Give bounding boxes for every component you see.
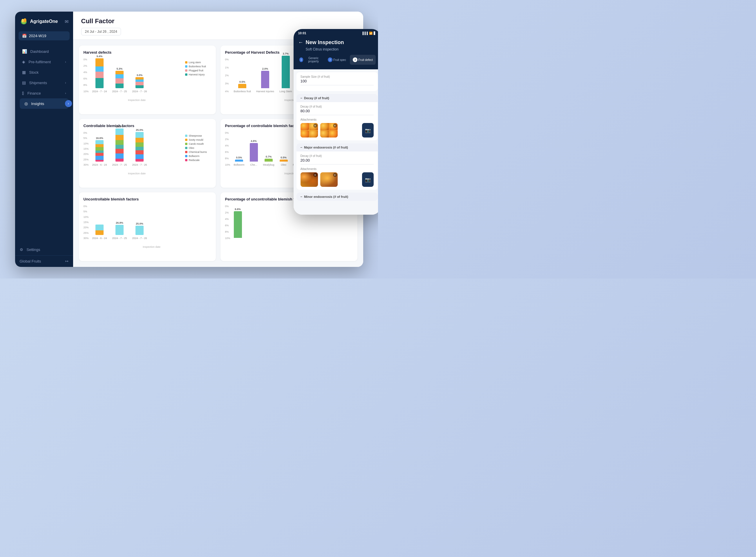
svg-point-3 [22, 19, 24, 22]
settings-icon: ⚙ [20, 247, 23, 252]
attachments-row-2: ✕ ✕ 📷 [300, 172, 374, 187]
decay-section: − Decay (# of fruit) Decay (# of fruit) … [296, 94, 378, 140]
sidebar-item-settings[interactable]: ⚙ Settings [15, 244, 73, 255]
uncontrollable-bar-chart: 30%25%20%15%10%5%0% 2024 - 6 - 24 [84, 205, 211, 245]
bar-group: 3.7% Long Stem [279, 52, 292, 93]
bar-group: 16.6% 2024 - 6 - [92, 137, 107, 166]
bar-group: 2024 - 6 - 24 [92, 224, 107, 240]
attachment-thumb-3[interactable]: ✕ [300, 172, 318, 187]
mail-icon[interactable]: ✉ [65, 19, 68, 24]
logout-icon[interactable]: ↦ [65, 259, 68, 263]
chevron-right-icon: › [65, 81, 66, 84]
bar-group: 4.6% Che... [250, 140, 258, 166]
week-selector[interactable]: 📅 2024-W19 [19, 31, 69, 40]
bar-group: 3.0% 2024 - 7 - 26 [132, 74, 147, 93]
chevron-right-icon: › [65, 92, 66, 95]
battery-icon: ▋ [374, 32, 376, 35]
bar-group: 0.7% Mealybug [263, 155, 274, 166]
chevron-right-icon: › [65, 60, 66, 63]
remove-attachment-button[interactable]: ✕ [313, 124, 317, 128]
sample-size-field: Sample Size (# of fruit) 100 [296, 72, 378, 91]
finance-icon: ₿ [22, 91, 24, 95]
x-axis-label: Inspection date [84, 245, 211, 248]
mobile-header: ← New Inspection Soft Citrus inspection … [294, 36, 378, 69]
add-photo-button[interactable]: 📷 [362, 123, 374, 138]
date-range-badge[interactable]: 24 Jul - Jul 26 , 2024 [81, 28, 121, 35]
decay-section-body: Decay (# of fruit) 80.00 Attachments ✕ [296, 102, 378, 140]
harvest-defects-bar-chart: 10%8%6%4%2%0% 9.4% [84, 58, 182, 99]
sidebar-logo: AgrigateOne ✉ [15, 11, 73, 31]
logo-icon [20, 18, 28, 26]
major-endoxerosis-section: − Major endoxerosis (# of fruit) Decay (… [296, 143, 378, 190]
minor-endoxerosis-section: − Minor endoxerosis (# of fruit) [296, 193, 378, 201]
chart-uncontrollable-blemish: Uncontrollable blemish factors 30%25%20%… [79, 192, 216, 261]
sidebar-item-prefulfilment[interactable]: ◈ Pre-fulfilment › [18, 57, 71, 67]
attachments-row: ✕ ✕ 📷 [300, 123, 374, 138]
prefulfilment-icon: ◈ [22, 59, 25, 64]
bar-group: 9.4% 2024 - 7 - 24 [92, 55, 107, 93]
shipments-icon: ▤ [22, 80, 26, 85]
mobile-tab-generic[interactable]: 1 Generic property [298, 55, 324, 65]
sidebar-item-shipments[interactable]: ▤ Shipments › [18, 78, 71, 88]
bar-group: 0.5% Oleo [280, 156, 288, 166]
stock-icon: ▦ [22, 70, 26, 75]
mobile-panel: 10:01 ▐▐▐ 📶 ▋ ← New Inspection Soft Citr… [294, 29, 378, 215]
bar-group: 25.0% 2024 - 7 - 26 [132, 222, 147, 240]
bar-group: 26.8% 2024 - 7 - 25 [112, 221, 127, 240]
bar-group: 0.5% Buttonless fruit [234, 80, 251, 93]
camera-icon: 📷 [365, 128, 371, 133]
sidebar-expand-button[interactable]: › [65, 100, 72, 107]
camera-icon: 📷 [365, 177, 371, 182]
x-axis-label: Inspection date [84, 99, 182, 101]
mobile-tab-fruit-defect[interactable]: 3 Fruit defect [350, 55, 376, 65]
mobile-status-bar: 10:01 ▐▐▐ 📶 ▋ [294, 29, 378, 36]
company-bar: Global Fruits ↦ [15, 255, 73, 267]
signal-icon: ▐▐▐ [361, 32, 368, 35]
add-photo-button-2[interactable]: 📷 [362, 172, 374, 187]
collapse-icon: − [300, 146, 302, 149]
remove-attachment-button[interactable]: ✕ [313, 173, 317, 177]
chart-harvest-defects: Harvest defects 10%8%6%4%2%0% 9.4% [79, 46, 216, 114]
remove-attachment-button[interactable]: ✕ [333, 124, 337, 128]
sidebar-item-insights[interactable]: ◎ Insights › [20, 98, 68, 109]
harvest-defects-legend: Long stem Buttonless fruit Plugged fruit… [185, 58, 211, 101]
calendar-icon: 📅 [22, 34, 27, 38]
wifi-icon: 📶 [369, 32, 373, 35]
bar-group: 26.8% 2024 - 7 - [112, 125, 127, 166]
controllable-legend: Sheepnose Sooty mould Carob mouth Oleo C… [185, 131, 211, 175]
mobile-body: Sample Size (# of fruit) 100 − Decay (# … [294, 69, 378, 215]
x-axis-label: Inspection date [84, 172, 182, 175]
bar-group: 2.0% Harvest injuries [256, 67, 274, 93]
major-endoxerosis-header[interactable]: − Major endoxerosis (# of fruit) [296, 143, 378, 151]
mobile-title: New Inspection [306, 39, 344, 46]
collapse-icon: − [300, 195, 302, 199]
sidebar-item-stock[interactable]: ▦ Stock [18, 67, 71, 78]
bar-group: 5.3% 2024 - 7 - 25 [112, 67, 127, 93]
svg-point-2 [24, 18, 26, 22]
minor-endoxerosis-header[interactable]: − Minor endoxerosis (# of fruit) [296, 193, 378, 201]
attachment-thumb-2[interactable]: ✕ [320, 123, 338, 138]
attachment-thumb-1[interactable]: ✕ [300, 123, 318, 138]
sidebar-item-finance[interactable]: ₿ Finance › [18, 88, 71, 98]
bar-group: 0.5% Bollworm [234, 156, 244, 166]
major-endoxerosis-body: Decay (# of fruit) 20.00 Attachments ✕ ✕ [296, 151, 378, 190]
mobile-tab-fruit-spec[interactable]: 2 Fruit spec [324, 55, 350, 65]
insights-icon: ◎ [24, 101, 28, 106]
logo: AgrigateOne [20, 18, 58, 26]
attachment-thumb-4[interactable]: ✕ [320, 172, 338, 187]
sidebar-item-dashboard[interactable]: 📊 Dashboard [18, 46, 71, 57]
main-container: AgrigateOne ✉ 📅 2024-W19 📊 Dashboard ◈ P… [15, 11, 363, 267]
mobile-tabs: 1 Generic property 2 Fruit spec 3 Fruit … [298, 55, 376, 65]
collapse-icon: − [300, 96, 302, 100]
bar-group: 6.6% [234, 208, 242, 240]
back-button[interactable]: ← [298, 39, 303, 46]
mobile-time: 10:01 [298, 31, 307, 35]
sidebar: AgrigateOne ✉ 📅 2024-W19 📊 Dashboard ◈ P… [15, 11, 73, 267]
page-title: Cull Factor [81, 18, 355, 25]
decay-section-header[interactable]: − Decay (# of fruit) [296, 94, 378, 102]
controllable-bar-chart: 30%25%20%15%10%5%0% 16.6% [84, 131, 182, 172]
sidebar-nav: 📊 Dashboard ◈ Pre-fulfilment › ▦ Stock ▤… [15, 45, 73, 110]
remove-attachment-button[interactable]: ✕ [333, 173, 337, 177]
status-icons: ▐▐▐ 📶 ▋ [361, 32, 376, 35]
chart-controllable-blemish: Controllable blemish factors 30%25%20%15… [79, 119, 216, 188]
